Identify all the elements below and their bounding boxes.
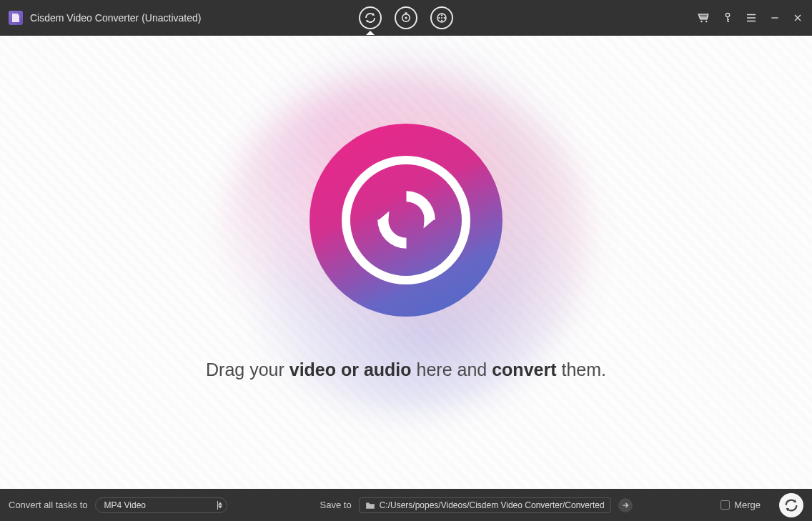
app-title: Cisdem Video Converter (Unactivated) [30, 12, 201, 24]
app-logo-icon [9, 11, 23, 25]
svg-point-7 [441, 17, 442, 19]
arrow-right-icon [621, 501, 630, 510]
svg-point-9 [705, 21, 708, 23]
download-mode-button[interactable] [395, 6, 417, 29]
save-to-label: Save to [320, 500, 352, 510]
rip-mode-button[interactable] [430, 6, 453, 29]
select-arrows-icon [218, 502, 222, 508]
drag-text-suffix: them. [557, 359, 606, 379]
key-button[interactable] [722, 11, 733, 24]
save-path-field[interactable]: C:/Users/popes/Videos/Cisdem Video Conve… [359, 497, 611, 513]
drag-text-bold2: convert [492, 359, 556, 379]
cycle-arrows-icon [365, 179, 447, 261]
merge-option: Merge [721, 500, 761, 510]
cart-button[interactable] [696, 11, 710, 25]
convert-graphic-ring [342, 156, 470, 284]
cart-icon [696, 11, 710, 25]
minimize-button[interactable] [769, 12, 781, 24]
save-path-value: C:/Users/popes/Videos/Cisdem Video Conve… [380, 500, 605, 510]
convert-graphic [310, 124, 502, 317]
start-convert-button[interactable] [779, 493, 803, 517]
merge-label: Merge [734, 500, 761, 510]
svg-point-6 [444, 17, 445, 19]
svg-point-1 [405, 17, 407, 19]
svg-point-3 [441, 14, 442, 16]
disc-download-icon [400, 11, 412, 24]
svg-point-4 [441, 20, 442, 21]
drag-instruction: Drag your video or audio here and conver… [206, 359, 606, 380]
close-icon [792, 12, 803, 24]
titlebar-right [696, 11, 803, 25]
output-format-select[interactable]: MP4 Video [95, 497, 227, 513]
open-folder-button[interactable] [618, 498, 633, 512]
menu-button[interactable] [745, 11, 758, 24]
drag-text-bold1: video or audio [289, 359, 412, 379]
svg-point-10 [726, 13, 729, 16]
merge-checkbox[interactable] [721, 500, 730, 510]
convert-start-icon [783, 497, 799, 513]
titlebar: Cisdem Video Converter (Unactivated) [0, 0, 812, 36]
close-button[interactable] [792, 12, 803, 24]
minimize-icon [769, 12, 781, 24]
output-format-value: MP4 Video [104, 500, 146, 510]
drop-area[interactable]: Drag your video or audio here and conver… [0, 36, 812, 489]
svg-point-5 [438, 17, 440, 19]
mode-switcher [359, 0, 453, 36]
convert-icon [364, 11, 377, 24]
drag-text-mid: here and [412, 359, 492, 379]
folder-icon [365, 501, 375, 510]
titlebar-left: Cisdem Video Converter (Unactivated) [9, 11, 201, 25]
hamburger-icon [745, 11, 758, 24]
bottombar: Convert all tasks to MP4 Video Save to C… [0, 489, 812, 521]
svg-point-8 [700, 21, 703, 23]
drag-text-prefix: Drag your [206, 359, 289, 379]
film-reel-icon [435, 11, 448, 24]
key-icon [722, 11, 733, 24]
convert-mode-button[interactable] [359, 6, 382, 29]
convert-all-label: Convert all tasks to [9, 500, 88, 510]
